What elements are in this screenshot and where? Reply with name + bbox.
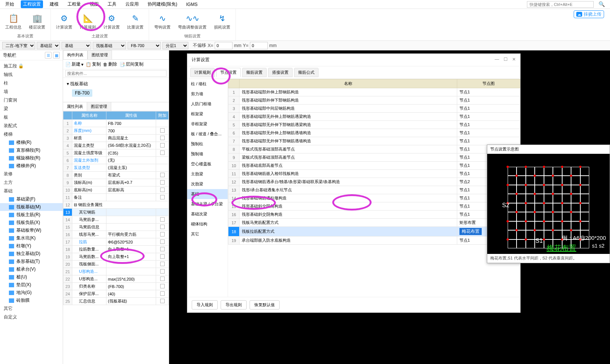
nav-item[interactable]: 装修	[0, 170, 63, 178]
nav-subitem[interactable]: 楼梯井(R)	[0, 162, 63, 170]
property-row[interactable]: 1名称FB-700	[63, 120, 169, 127]
side-item[interactable]: 其它	[187, 229, 228, 239]
property-row[interactable]: 21U形构造...	[63, 268, 169, 275]
property-row[interactable]: 12⊟ 钢筋业务属性	[63, 201, 169, 209]
rule-row[interactable]: 3筏形基础端部中间层钢筋构造节点1	[228, 105, 520, 113]
menu-item[interactable]: 工程设置	[21, 0, 43, 8]
rule-row[interactable]: 1筏形基础端部外伸上部钢筋构造节点1	[228, 88, 520, 96]
nav-subitem[interactable]: 砖胎膜	[0, 297, 63, 304]
nav-item[interactable]: 其它	[0, 304, 63, 313]
side-item[interactable]: 基础次梁	[187, 209, 228, 219]
category-select[interactable]: 基础	[62, 42, 91, 49]
nav-subitem[interactable]: 桩(U)	[0, 273, 63, 281]
search-input[interactable]	[527, 1, 594, 8]
x-input[interactable]	[215, 42, 233, 49]
side-item[interactable]: 基础主梁 / 承台梁	[187, 199, 228, 209]
restore-default-button[interactable]: 恢复默认值	[250, 300, 280, 310]
calc-setting2-button[interactable]: ⚙计算设置	[101, 10, 122, 33]
loss-button[interactable]: ↯损耗设置	[212, 10, 233, 33]
side-item[interactable]: 主肋梁	[187, 169, 228, 179]
rule-row[interactable]: 12筏形基础钢筋遇承台/独基/条形梁/基础联系梁/条基构造节点2	[228, 178, 520, 186]
layer-select[interactable]: 基础层	[37, 42, 60, 49]
nav-item[interactable]: 门窗洞	[0, 96, 63, 105]
menu-item[interactable]: 建模	[47, 0, 61, 8]
menu-item[interactable]: IGMS	[184, 1, 200, 8]
rule-row[interactable]: 6筏形基础端部无外伸上部钢筋遇墙构造节点1	[228, 129, 520, 137]
floor-setting-button[interactable]: 🏢楼层设置	[27, 10, 47, 33]
search-icon[interactable]: 🔍	[596, 0, 607, 8]
nav-subitem[interactable]: 桩承台(V)	[0, 265, 63, 273]
rule-row[interactable]: 2筏形基础端部外伸下部钢筋构造节点1	[228, 96, 520, 105]
tab-properties[interactable]: 属性列表	[63, 102, 87, 111]
side-item[interactable]: 人防门框墙	[187, 99, 228, 109]
nav-subitem[interactable]: 集水坑(K)	[0, 234, 63, 242]
nav-subitem[interactable]: 地沟(G)	[0, 289, 63, 297]
floor-select[interactable]: 二宫-地下室	[2, 42, 35, 49]
y-input[interactable]	[250, 42, 268, 49]
nav-subitem[interactable]: 直形梯段(R)	[0, 146, 63, 154]
property-row[interactable]: 9顶标高(m)层底标高+0.7	[63, 179, 169, 186]
rule-row[interactable]: 11筏形基础钢筋嵌入相邻筏板构造节点1	[228, 170, 520, 178]
property-row[interactable]: 17拉筋Φ6@520*520	[63, 238, 169, 246]
rule-row[interactable]: 18筏板拉筋配置方式梅花布置···	[228, 227, 520, 236]
property-row[interactable]: 22U形构造...max(15*d,200)	[63, 275, 169, 283]
nav-subitem[interactable]: 独立基础(D)	[0, 250, 63, 258]
dialog-tab[interactable]: 搭接设置	[268, 68, 293, 77]
property-row[interactable]: 16线形马凳...平行横向受力筋	[63, 231, 169, 238]
calc-setting-button[interactable]: ⚙计算设置	[54, 10, 75, 33]
rule-row[interactable]: 8平板式筏形基础顶部高差节点节点1	[228, 145, 520, 153]
tree-node[interactable]: ▾ 筏板基础	[65, 80, 166, 88]
property-row[interactable]: 4混凝土类型(S6-S8防水混凝土20石)	[63, 142, 169, 149]
component-select[interactable]: FB-700	[128, 42, 161, 49]
list-icon[interactable]: ☰	[45, 52, 52, 59]
delete-button[interactable]: 🗑 删除	[103, 61, 117, 67]
side-item[interactable]: 框架梁	[187, 109, 228, 119]
project-info-button[interactable]: 📋工程信息	[3, 10, 24, 33]
grid-icon[interactable]: ▦	[53, 52, 60, 59]
property-row[interactable]: 14马凳筋参...	[63, 216, 169, 224]
property-row[interactable]: 3材质商品混凝土	[63, 135, 169, 142]
weight-button[interactable]: ✎比重设置	[125, 10, 146, 33]
property-row[interactable]: 15马凳筋信息	[63, 224, 169, 231]
nav-subitem[interactable]: 基础板带(W)	[0, 226, 63, 234]
property-row[interactable]: 23归类名称(FB-700)	[63, 283, 169, 290]
nav-item[interactable]: 梁	[0, 105, 63, 113]
property-row[interactable]: 13其它钢筋	[63, 209, 169, 216]
rule-row[interactable]: 13筏形/承台基础遇集水坑节点节点1	[228, 186, 520, 194]
calc-rule-button[interactable]: 📐计算规则	[78, 10, 98, 33]
rule-row[interactable]: 4筏形基础端部无外伸上部钢筋遇梁构造节点1	[228, 113, 520, 121]
nav-subitem[interactable]: 筏板负筋(X)	[0, 219, 63, 226]
rule-row[interactable]: 17筏板马凳筋配置方式矩形布置	[228, 219, 520, 227]
maximize-icon[interactable]: ☐	[504, 57, 508, 63]
component-search[interactable]	[65, 70, 166, 77]
rule-row[interactable]: 7筏形基础端部无外伸下部钢筋遇墙构造节点1	[228, 137, 520, 145]
nav-item[interactable]: 自定义	[0, 313, 63, 321]
rule-row[interactable]: 9梁板式筏形基础顶部高差节点节点1	[228, 153, 520, 162]
side-item[interactable]: 空心楼盖板	[187, 159, 228, 169]
nav-item[interactable]: 柱	[0, 79, 63, 87]
menu-item[interactable]: 工具	[105, 0, 119, 8]
property-row[interactable]: 11备注	[63, 194, 169, 201]
nav-item[interactable]: 楼梯	[0, 130, 63, 139]
property-row[interactable]: 10底标高(m)层底标高	[63, 186, 169, 194]
nav-subitem[interactable]: 螺旋梯段(R)	[0, 154, 63, 162]
side-item[interactable]: 剪力墙	[187, 89, 228, 99]
rule-row[interactable]: 5筏形基础端部无外伸下部钢筋遇梁构造节点1	[228, 121, 520, 129]
minimize-icon[interactable]: —	[495, 57, 499, 63]
property-row[interactable]: 24保护层厚...(40)	[63, 290, 169, 298]
dialog-tab[interactable]: 箍筋公式	[294, 68, 319, 77]
property-row[interactable]: 8类别有梁式	[63, 172, 169, 179]
tab-drawing-mgmt[interactable]: 图纸管理	[88, 50, 112, 59]
dialog-tab[interactable]: 节点设置	[216, 68, 241, 77]
nav-subitem[interactable]: 垫层(X)	[0, 281, 63, 289]
nav-subitem[interactable]: 筏板主筋(R)	[0, 211, 63, 219]
rule-row[interactable]: 15筏形基础斜交阳角构造节点1	[228, 202, 520, 211]
nav-subitem[interactable]: 柱墩(Y)	[0, 242, 63, 250]
rule-row[interactable]: 14筏形基础钢筋遇柱墩构造节点1	[228, 194, 520, 202]
side-item[interactable]: 基础	[187, 189, 228, 199]
menu-item[interactable]: 工程量	[65, 0, 83, 8]
upload-button[interactable]: ☁挂挠上传	[574, 10, 604, 18]
nav-item[interactable]: 基础	[0, 187, 63, 195]
property-row[interactable]: 7泵送类型(混凝土泵)	[63, 164, 169, 172]
split-select[interactable]: 分层1	[162, 42, 188, 49]
